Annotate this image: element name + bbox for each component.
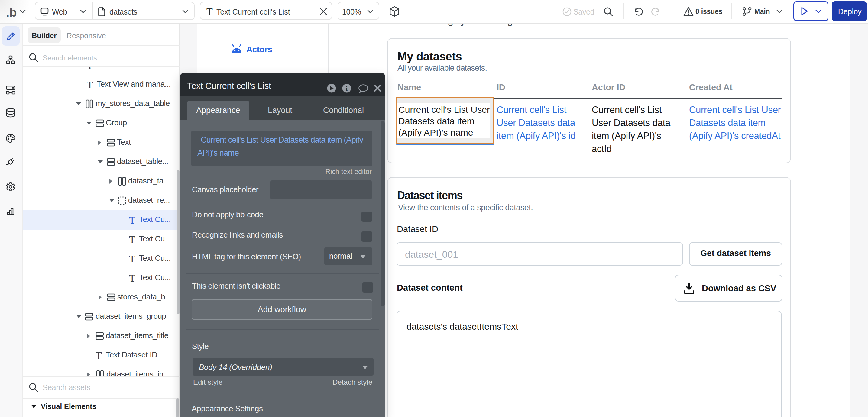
svg-text:i: i — [346, 85, 347, 92]
